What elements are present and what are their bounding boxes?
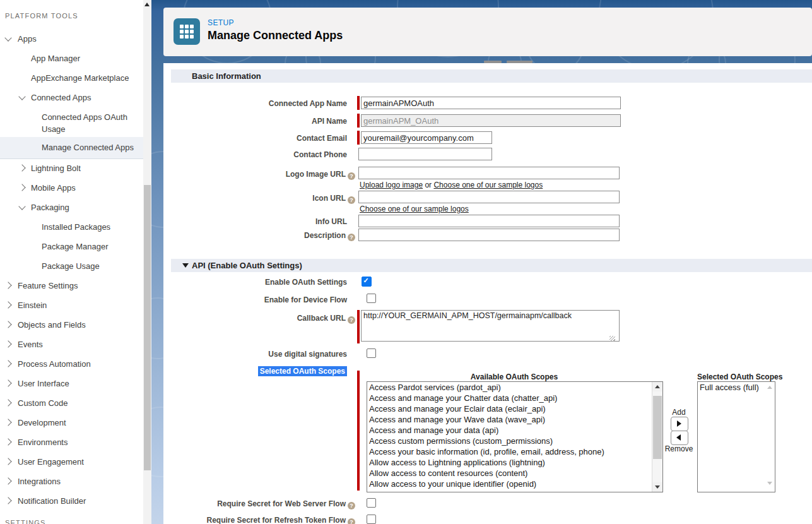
device-flow-label: Enable for Device Flow [126, 295, 355, 304]
sample-logos-link[interactable]: Choose one of our sample logos [360, 205, 469, 213]
listbox-scrollbar[interactable] [652, 382, 662, 492]
scope-option[interactable]: Allow access to Lightning applications (… [367, 457, 662, 468]
sidebar-item-integrations[interactable]: Integrations [0, 475, 143, 487]
sidebar-item-manage-connected-apps[interactable]: Manage Connected Apps [0, 137, 143, 159]
scope-option[interactable]: Access Pardot services (pardot_api) [367, 382, 662, 393]
sidebar-item-label: Environments [0, 436, 143, 448]
require-secret-web-label-text: Require Secret for Web Server Flow [217, 499, 346, 508]
sample-logos-link[interactable]: Choose one of our sample logos [433, 181, 543, 189]
textarea-resize-handle[interactable] [609, 336, 615, 342]
listbox-scrollbar[interactable] [765, 382, 775, 492]
scope-option[interactable]: Full access (full) [698, 382, 775, 393]
sidebar-item-label: Einstein [0, 299, 143, 311]
sidebar-item-objects-and-fields[interactable]: Objects and Fields [0, 319, 143, 331]
description-input[interactable] [358, 229, 620, 241]
scope-option[interactable]: Access your basic information (id, profi… [367, 446, 662, 457]
section-basic-label: Basic Information [171, 69, 812, 83]
help-icon[interactable]: ? [348, 196, 355, 204]
help-icon[interactable]: ? [348, 234, 355, 241]
cutoff-button[interactable] [507, 61, 533, 63]
sidebar-item-packaging[interactable]: Packaging [0, 201, 143, 213]
settings-header: SETTINGS [5, 519, 46, 524]
setup-eyebrow: SETUP [208, 18, 234, 27]
sidebar-item-notification-builder[interactable]: Notification Builder [0, 495, 143, 507]
help-icon[interactable]: ? [348, 502, 355, 509]
icon-url-input[interactable] [358, 191, 620, 203]
sidebar-item-feature-settings[interactable]: Feature Settings [0, 280, 143, 292]
add-label: Add [671, 408, 687, 417]
logo-image-url-input[interactable] [358, 167, 620, 179]
setup-header-card: SETUP Manage Connected Apps [163, 8, 812, 56]
scroll-down-icon[interactable] [767, 482, 772, 485]
sidebar-item-app-manager[interactable]: App Manager [0, 52, 143, 64]
manage-connected-apps-page: PLATFORM TOOLS SETTINGS AppsApp ManagerA… [0, 0, 812, 524]
sidebar-item-connected-apps-oauth-usage[interactable]: Connected Apps OAuth Usage [0, 111, 143, 135]
setup-sidebar: PLATFORM TOOLS SETTINGS AppsApp ManagerA… [0, 0, 143, 524]
required-bar [357, 310, 360, 343]
help-icon[interactable]: ? [348, 172, 355, 180]
sidebar-scrollbar[interactable] [143, 0, 151, 524]
oauth-scopes-label: Selected OAuth Scopes [126, 367, 355, 376]
platform-tools-header: PLATFORM TOOLS [5, 12, 78, 20]
sidebar-item-development[interactable]: Development [0, 417, 143, 429]
listbox-scrollbar-thumb[interactable] [653, 396, 662, 459]
enable-oauth-label: Enable OAuth Settings [126, 278, 355, 287]
sidebar-item-label: Manage Connected Apps [0, 141, 143, 153]
device-flow-checkbox[interactable] [367, 294, 376, 303]
sidebar-item-mobile-apps[interactable]: Mobile Apps [0, 182, 143, 194]
selected-scopes-listbox[interactable]: Full access (full) [697, 381, 775, 492]
sidebar-item-connected-apps[interactable]: Connected Apps [0, 92, 143, 104]
collapse-triangle-icon[interactable] [182, 263, 189, 268]
api-name-label: API Name [126, 117, 355, 126]
scope-option[interactable]: Allow access to content resources (conte… [367, 468, 662, 479]
scroll-up-button[interactable] [652, 382, 662, 391]
scope-option[interactable]: Access and manage your Chatter data (cha… [367, 393, 662, 403]
scope-option[interactable]: Access and manage your Wave data (wave_a… [367, 414, 662, 425]
enable-oauth-checkbox[interactable] [362, 277, 372, 287]
scroll-down-button[interactable] [652, 482, 662, 492]
connected-app-name-input[interactable] [361, 97, 621, 109]
scroll-down-icon [655, 485, 660, 489]
help-icon[interactable]: ? [348, 518, 355, 524]
contact-email-input[interactable] [361, 131, 492, 144]
sidebar-item-package-usage[interactable]: Package Usage [0, 260, 143, 272]
scope-option[interactable]: Access custom permissions (custom_permis… [367, 436, 662, 446]
sidebar-item-user-interface[interactable]: User Interface [0, 378, 143, 390]
sidebar-item-package-manager[interactable]: Package Manager [0, 241, 143, 253]
sidebar-item-apps[interactable]: Apps [0, 33, 143, 45]
sidebar-item-label: Process Automation [0, 358, 143, 370]
sidebar-item-environments[interactable]: Environments [0, 436, 143, 448]
sidebar-item-installed-packages[interactable]: Installed Packages [0, 221, 143, 233]
sidebar-item-einstein[interactable]: Einstein [0, 299, 143, 311]
sidebar-item-label: Installed Packages [0, 221, 143, 233]
sidebar-item-label: Events [0, 338, 143, 350]
sidebar-item-user-engagement[interactable]: User Engagement [0, 456, 143, 468]
help-icon[interactable]: ? [348, 316, 355, 324]
scope-option[interactable]: Access and manage your Eclair data (ecla… [367, 403, 662, 414]
sidebar-item-events[interactable]: Events [0, 338, 143, 350]
app-grid-icon [174, 18, 200, 45]
contact-phone-input[interactable] [358, 148, 492, 160]
upload-logo-link[interactable]: Upload logo image [360, 181, 423, 189]
remove-scope-button[interactable] [671, 431, 688, 445]
sidebar-item-lightning-bolt[interactable]: Lightning Bolt [0, 162, 143, 174]
scroll-up-icon[interactable] [144, 3, 150, 6]
scope-option[interactable]: Allow access to your unique identifier (… [367, 479, 662, 489]
sidebar-item-appexchange-marketplace[interactable]: AppExchange Marketplace [0, 72, 143, 84]
scroll-up-icon [655, 385, 660, 388]
require-secret-refresh-checkbox[interactable] [367, 515, 376, 524]
available-scopes-listbox[interactable]: Access Pardot services (pardot_api)Acces… [367, 381, 663, 492]
add-scope-button[interactable] [671, 417, 688, 431]
sidebar-item-process-automation[interactable]: Process Automation [0, 358, 143, 370]
sidebar-item-label: AppExchange Marketplace [0, 72, 143, 84]
require-secret-web-checkbox[interactable] [367, 498, 376, 508]
sidebar-scrollbar-thumb[interactable] [144, 185, 151, 470]
scope-option[interactable]: Access and manage your data (api) [367, 425, 662, 436]
callback-url-textarea[interactable]: http://YOUR_GERMAIN_APM_HOST/germainapm/… [361, 310, 620, 342]
scroll-up-icon[interactable] [767, 386, 772, 389]
sidebar-item-custom-code[interactable]: Custom Code [0, 397, 143, 409]
digital-signatures-checkbox[interactable] [367, 348, 376, 358]
description-label: Description? [126, 231, 355, 241]
cutoff-button[interactable] [484, 61, 502, 63]
info-url-input[interactable] [358, 215, 620, 227]
